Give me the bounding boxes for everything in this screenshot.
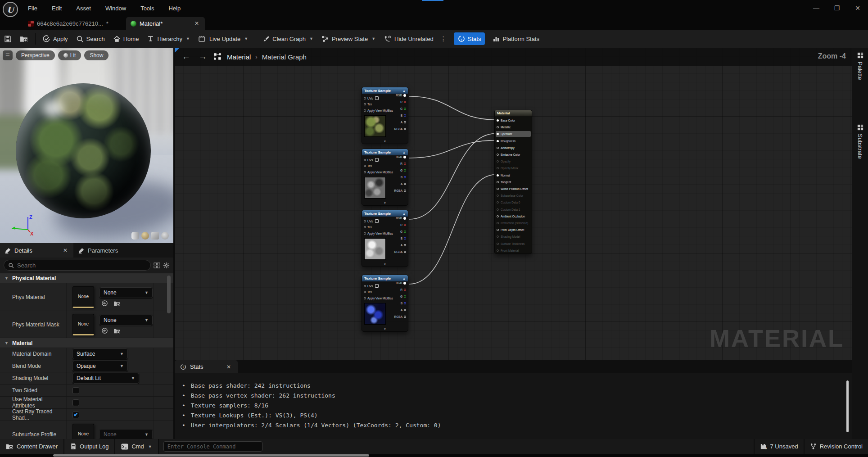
palette-dock-tab[interactable]: Palette <box>852 52 868 80</box>
material-pin-shading-model[interactable]: Shading Model <box>496 234 531 240</box>
input-pin-tex[interactable]: Tex <box>364 226 372 229</box>
platform-stats-button[interactable]: Platform Stats <box>488 32 543 45</box>
material-pin-refraction-disabled-[interactable]: Refraction (Disabled) <box>496 220 531 226</box>
input-pin-apply-view-mipbias[interactable]: Apply View MipBias <box>364 171 393 174</box>
texture-node-header[interactable]: Texture Sample▲ <box>362 210 408 217</box>
input-pin-uvs[interactable]: UVs <box>364 96 379 100</box>
browse-to-asset-button[interactable] <box>16 32 32 45</box>
tab-close-icon[interactable]: ✕ <box>62 247 69 253</box>
output-pin-a[interactable]: A <box>401 121 406 124</box>
unreal-logo-icon[interactable]: U <box>3 2 18 17</box>
material-result-node[interactable]: Material Base ColorMetallicSpecularRough… <box>494 110 532 254</box>
material-graph-canvas[interactable]: MATERIAL Texture Sample▲UVsTexApply View… <box>175 48 852 360</box>
breadcrumb-root[interactable]: Material <box>227 53 251 61</box>
output-pin-a[interactable]: A <box>401 308 406 312</box>
material-pin-surface-thickness[interactable]: Surface Thickness <box>496 241 531 247</box>
cmd-button[interactable]: Cmd ▼ <box>115 439 158 454</box>
preview-viewport[interactable]: ☰ Perspective Lit Show Z X <box>0 48 173 243</box>
output-pin-rgba[interactable]: RGBA <box>394 127 406 131</box>
material-pin-custom-data-1[interactable]: Custom Data 1 <box>496 207 531 213</box>
apply-button[interactable]: Apply <box>38 32 72 45</box>
material-pin-subsurface-color[interactable]: Subsurface Color <box>496 193 531 199</box>
input-pin-tex[interactable]: Tex <box>364 164 372 167</box>
subsurface-profile-thumbnail[interactable]: None <box>72 424 94 439</box>
hide-unrelated-button[interactable]: Hide Unrelated <box>380 32 438 45</box>
output-pin-rgba[interactable]: RGBA <box>394 189 406 192</box>
texture-sample-node[interactable]: Texture Sample▲UVsTexApply View MipBiasR… <box>362 275 408 332</box>
content-drawer-button[interactable]: Content Drawer <box>0 439 64 454</box>
material-pin-front-material[interactable]: Front Material <box>496 248 531 253</box>
material-pin-opacity[interactable]: Opacity <box>496 158 531 164</box>
preview-state-button[interactable]: Preview State ▼ <box>317 32 380 45</box>
section-material[interactable]: ▼ Material <box>0 338 173 348</box>
input-pin-uvs[interactable]: UVs <box>364 284 379 288</box>
cylinder-preview-button[interactable] <box>131 232 139 240</box>
expand-icon[interactable]: ▼ <box>362 328 408 330</box>
output-pin-rgb[interactable]: RGB <box>396 217 406 220</box>
section-physical-material[interactable]: ▼ Physical Material <box>0 273 173 283</box>
output-pin-a[interactable]: A <box>401 182 406 186</box>
stats-toggle-button[interactable]: i Stats <box>454 32 485 45</box>
collapse-icon[interactable]: ▲ <box>402 89 406 92</box>
menu-window[interactable]: Window <box>100 3 131 14</box>
tab-close-icon[interactable]: ✕ <box>193 20 200 27</box>
details-search-input[interactable]: Search <box>4 260 151 271</box>
input-pin-tex[interactable]: Tex <box>364 290 372 294</box>
console-command-input[interactable] <box>163 441 262 452</box>
output-pin-a[interactable]: A <box>401 244 406 247</box>
output-pin-b[interactable]: B <box>401 237 406 240</box>
material-pin-custom-data-0[interactable]: Custom Data 0 <box>496 199 531 205</box>
tab-details[interactable]: Details ✕ <box>0 243 73 258</box>
home-button[interactable]: Home <box>109 32 143 45</box>
input-pin-uvs[interactable]: UVs <box>364 219 379 223</box>
output-pin-rgb[interactable]: RGB <box>396 281 406 285</box>
input-pin-tex[interactable]: Tex <box>364 103 372 106</box>
sphere-preview-button[interactable] <box>141 232 149 240</box>
gear-icon[interactable] <box>163 262 170 269</box>
hierarchy-button[interactable]: Hierarchy ▼ <box>143 32 194 45</box>
tab-close-icon[interactable]: ✕ <box>225 364 232 370</box>
output-pin-r[interactable]: R <box>400 162 406 165</box>
material-pin-base-color[interactable]: Base Color <box>496 118 531 123</box>
texture-node-header[interactable]: Texture Sample▲ <box>362 87 408 94</box>
texture-sample-node[interactable]: Texture Sample▲UVsTexApply View MipBiasR… <box>362 87 408 144</box>
output-log-button[interactable]: Output Log <box>64 439 115 454</box>
input-pin-uvs[interactable]: UVs <box>364 158 379 162</box>
output-pin-g[interactable]: G <box>400 295 406 298</box>
viewport-menu-icon[interactable]: ☰ <box>3 50 13 60</box>
shading-model-dropdown[interactable]: Default Lit▼ <box>72 373 139 384</box>
lit-button[interactable]: Lit <box>58 50 81 60</box>
material-pin-normal[interactable]: Normal <box>496 172 531 178</box>
restore-button[interactable]: ❐ <box>827 0 847 16</box>
output-pin-r[interactable]: R <box>400 223 406 226</box>
material-pin-metallic[interactable]: Metallic <box>496 124 531 130</box>
unsaved-button[interactable]: ★ 7 Unsaved <box>754 439 803 454</box>
minimize-button[interactable]: — <box>806 0 827 16</box>
output-pin-rgb[interactable]: RGB <box>396 155 406 158</box>
tab-material[interactable]: Material* ✕ <box>126 17 205 30</box>
phys-material-mask-thumbnail[interactable]: None <box>72 314 94 335</box>
browse-asset-icon[interactable] <box>113 327 121 334</box>
phys-material-mask-dropdown[interactable]: None▼ <box>99 315 153 326</box>
material-pin-tangent[interactable]: Tangent <box>496 179 531 185</box>
material-pin-specular[interactable]: Specular <box>496 131 531 137</box>
use-selected-icon[interactable] <box>101 300 108 307</box>
expand-icon[interactable]: ▼ <box>362 140 408 143</box>
browse-asset-icon[interactable] <box>113 300 121 307</box>
material-pin-opacity-mask[interactable]: Opacity Mask <box>496 165 531 171</box>
collapse-icon[interactable]: ▲ <box>402 212 406 215</box>
output-pin-b[interactable]: B <box>401 302 406 305</box>
output-pin-g[interactable]: G <box>400 169 406 172</box>
perspective-button[interactable]: Perspective <box>16 50 55 60</box>
subsurface-profile-dropdown[interactable]: None▼ <box>99 429 153 439</box>
output-pin-b[interactable]: B <box>401 176 406 179</box>
input-pin-apply-view-mipbias[interactable]: Apply View MipBias <box>364 297 393 300</box>
output-pin-rgba[interactable]: RGBA <box>394 315 406 318</box>
menu-tools[interactable]: Tools <box>135 3 159 14</box>
menu-edit[interactable]: Edit <box>46 3 67 14</box>
material-pin-ambient-occlusion[interactable]: Ambient Occlusion <box>496 213 531 219</box>
output-pin-r[interactable]: R <box>400 288 406 291</box>
collapse-icon[interactable]: ▲ <box>402 151 406 154</box>
expand-icon[interactable]: ▼ <box>362 263 408 266</box>
output-pin-r[interactable]: R <box>400 100 406 104</box>
